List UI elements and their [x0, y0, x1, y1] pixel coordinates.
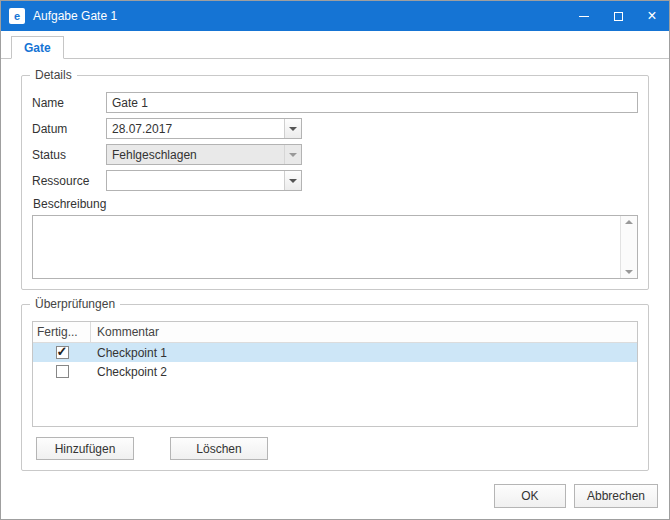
maximize-icon [614, 12, 623, 21]
description-label: Beschreibung [33, 197, 638, 211]
scroll-down-icon[interactable] [625, 270, 633, 274]
checks-group-label: Überprüfungen [30, 297, 120, 311]
app-icon: e [9, 8, 25, 24]
status-field-row: Status Fehlgeschlagen [32, 144, 638, 165]
title-bar: e Aufgabe Gate 1 × [1, 1, 669, 31]
checkbox-cell [33, 346, 91, 359]
window-title: Aufgabe Gate 1 [33, 9, 117, 23]
description-textarea[interactable] [33, 216, 620, 278]
ressource-value [107, 171, 284, 190]
datum-field-row: Datum 28.07.2017 [32, 118, 638, 139]
datum-dropdown-button[interactable] [284, 119, 301, 138]
checks-group: Überprüfungen Fertig... Kommentar Checkp… [21, 304, 649, 471]
name-field-row: Name [32, 92, 638, 113]
scroll-up-icon[interactable] [625, 220, 633, 224]
checkbox-cell [33, 365, 91, 378]
minimize-button[interactable] [567, 1, 601, 31]
dialog-window: e Aufgabe Gate 1 × Gate Details Name Dat… [0, 0, 670, 520]
checkpoints-grid: Fertig... Kommentar Checkpoint 1 Checkpo… [32, 321, 638, 427]
close-icon: × [647, 8, 656, 24]
table-row[interactable]: Checkpoint 1 [33, 343, 637, 362]
window-controls: × [567, 1, 669, 31]
chevron-down-icon [289, 127, 297, 131]
add-button[interactable]: Hinzufügen [36, 437, 134, 460]
datum-label: Datum [32, 122, 106, 136]
name-label: Name [32, 96, 106, 110]
comment-cell: Checkpoint 1 [91, 346, 637, 360]
chevron-down-icon [289, 179, 297, 183]
grid-header: Fertig... Kommentar [33, 322, 637, 343]
footer-button-row: OK Abbrechen [494, 484, 658, 508]
ressource-combo[interactable] [106, 170, 302, 191]
table-row[interactable]: Checkpoint 2 [33, 362, 637, 381]
details-group: Details Name Datum 28.07.2017 Status Feh… [21, 75, 649, 290]
memo-scrollbar[interactable] [620, 216, 637, 278]
grid-button-row: Hinzufügen Löschen [32, 437, 638, 460]
checkbox[interactable] [56, 365, 69, 378]
comment-cell: Checkpoint 2 [91, 365, 637, 379]
minimize-icon [579, 16, 589, 17]
ok-button[interactable]: OK [494, 484, 566, 508]
tab-strip: Gate [1, 36, 669, 59]
tab-gate[interactable]: Gate [11, 36, 64, 59]
datum-combo[interactable]: 28.07.2017 [106, 118, 302, 139]
status-value: Fehlgeschlagen [107, 145, 284, 164]
delete-button[interactable]: Löschen [170, 437, 268, 460]
ressource-field-row: Ressource [32, 170, 638, 191]
cancel-button[interactable]: Abbrechen [574, 484, 658, 508]
name-input[interactable] [106, 92, 638, 113]
details-group-label: Details [30, 68, 77, 82]
checkbox[interactable] [56, 346, 69, 359]
status-combo: Fehlgeschlagen [106, 144, 302, 165]
maximize-button[interactable] [601, 1, 635, 31]
chevron-down-icon [289, 153, 297, 157]
datum-value: 28.07.2017 [107, 119, 284, 138]
ressource-label: Ressource [32, 174, 106, 188]
close-button[interactable]: × [635, 1, 669, 31]
status-label: Status [32, 148, 106, 162]
column-header-done[interactable]: Fertig... [33, 322, 91, 342]
ressource-dropdown-button[interactable] [284, 171, 301, 190]
column-header-comment[interactable]: Kommentar [91, 322, 637, 342]
status-dropdown-button [284, 145, 301, 164]
description-memo [32, 215, 638, 279]
